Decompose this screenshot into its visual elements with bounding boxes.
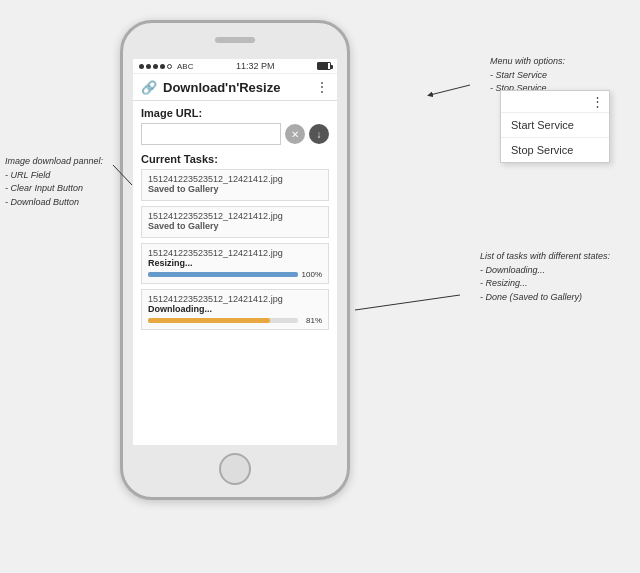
- signal-dot-5: [167, 64, 172, 69]
- task-filename: 151241223523512_12421412.jpg: [148, 248, 322, 258]
- url-row: ✕ ↓: [141, 123, 329, 145]
- annotation-line-2: - Clear Input Button: [5, 183, 83, 193]
- task-filename: 151241223523512_12421412.jpg: [148, 211, 322, 221]
- tasks-section-label: Current Tasks:: [141, 153, 329, 165]
- signal-dot-2: [146, 64, 151, 69]
- app-content: Image URL: ✕ ↓ Current Tasks: 1512412235…: [133, 101, 337, 435]
- download-button[interactable]: ↓: [309, 124, 329, 144]
- annotation-title: Menu with options:: [490, 56, 565, 66]
- menu-button[interactable]: ⋮: [315, 79, 329, 95]
- signal-dot-1: [139, 64, 144, 69]
- svg-line-1: [430, 85, 470, 95]
- task-status: Downloading...: [148, 304, 322, 314]
- phone-screen: ABC 11:32 PM 🔗 Download'n'Resize ⋮ Image…: [133, 59, 337, 445]
- app-title: Download'n'Resize: [163, 80, 315, 95]
- menu-popup-header: ⋮: [501, 91, 609, 113]
- battery-fill: [318, 63, 328, 69]
- url-input[interactable]: [141, 123, 281, 145]
- menu-item-stop-service[interactable]: Stop Service: [501, 138, 609, 162]
- menu-item-start-service[interactable]: Start Service: [501, 113, 609, 138]
- annotation-line-1: - Start Service: [490, 70, 547, 80]
- annotation-line-3: - Download Button: [5, 197, 79, 207]
- progress-bar-bg: [148, 318, 298, 323]
- phone-frame: ABC 11:32 PM 🔗 Download'n'Resize ⋮ Image…: [120, 20, 350, 500]
- progress-bar-fill: [148, 272, 298, 277]
- status-bar: ABC 11:32 PM: [133, 59, 337, 74]
- task-item: 151241223523512_12421412.jpg Resizing...…: [141, 243, 329, 284]
- app-bar: 🔗 Download'n'Resize ⋮: [133, 74, 337, 101]
- battery-icon: [317, 62, 331, 70]
- task-filename: 151241223523512_12421412.jpg: [148, 174, 322, 184]
- annotation-title: List of tasks with different states:: [480, 251, 610, 261]
- phone-home-button[interactable]: [219, 453, 251, 485]
- task-item: 151241223523512_12421412.jpg Downloading…: [141, 289, 329, 330]
- task-status: Resizing...: [148, 258, 322, 268]
- progress-pct: 81%: [302, 316, 322, 325]
- progress-row: 100%: [148, 270, 322, 279]
- phone-speaker: [215, 37, 255, 43]
- clear-input-button[interactable]: ✕: [285, 124, 305, 144]
- task-status: Saved to Gallery: [148, 221, 322, 231]
- task-filename: 151241223523512_12421412.jpg: [148, 294, 322, 304]
- annotation-title: Image download pannel:: [5, 156, 103, 166]
- carrier-label: ABC: [177, 62, 193, 71]
- annotation-line-1: - Downloading...: [480, 265, 545, 275]
- annotation-line-2: - Resizing...: [480, 278, 528, 288]
- menu-popup-dots: ⋮: [591, 94, 604, 109]
- progress-pct: 100%: [302, 270, 322, 279]
- task-item: 151241223523512_12421412.jpg Saved to Ga…: [141, 169, 329, 201]
- menu-popup: ⋮ Start Service Stop Service: [500, 90, 610, 163]
- task-status: Saved to Gallery: [148, 184, 322, 194]
- right-tasks-annotation: List of tasks with different states: - D…: [480, 250, 630, 304]
- progress-row: 81%: [148, 316, 322, 325]
- signal-dot-3: [153, 64, 158, 69]
- annotation-line-1: - URL Field: [5, 170, 50, 180]
- url-section-label: Image URL:: [141, 107, 329, 119]
- progress-bar-fill: [148, 318, 270, 323]
- left-annotation: Image download pannel: - URL Field - Cle…: [5, 155, 115, 209]
- link-icon: 🔗: [141, 80, 157, 95]
- svg-line-2: [355, 295, 460, 310]
- annotation-line-3: - Done (Saved to Gallery): [480, 292, 582, 302]
- progress-bar-bg: [148, 272, 298, 277]
- signal-dot-4: [160, 64, 165, 69]
- time-label: 11:32 PM: [236, 61, 275, 71]
- task-item: 151241223523512_12421412.jpg Saved to Ga…: [141, 206, 329, 238]
- signal-indicator: ABC: [139, 62, 193, 71]
